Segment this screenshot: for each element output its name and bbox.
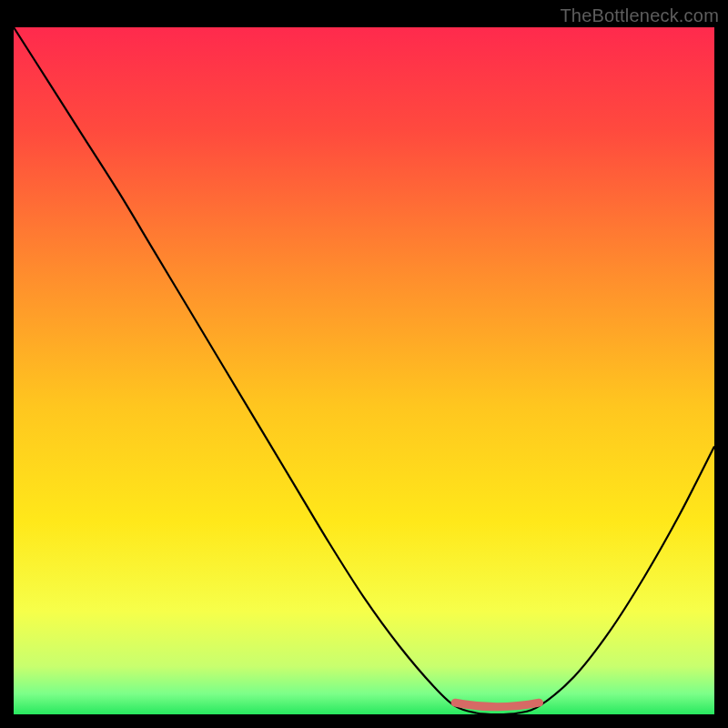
bottleneck-chart <box>14 27 714 714</box>
chart-svg <box>14 27 714 714</box>
gradient-background <box>14 27 714 714</box>
watermark-text: TheBottleneck.com <box>560 5 719 26</box>
optimal-zone-marker <box>455 703 539 707</box>
chart-stage: TheBottleneck.com <box>0 0 728 728</box>
